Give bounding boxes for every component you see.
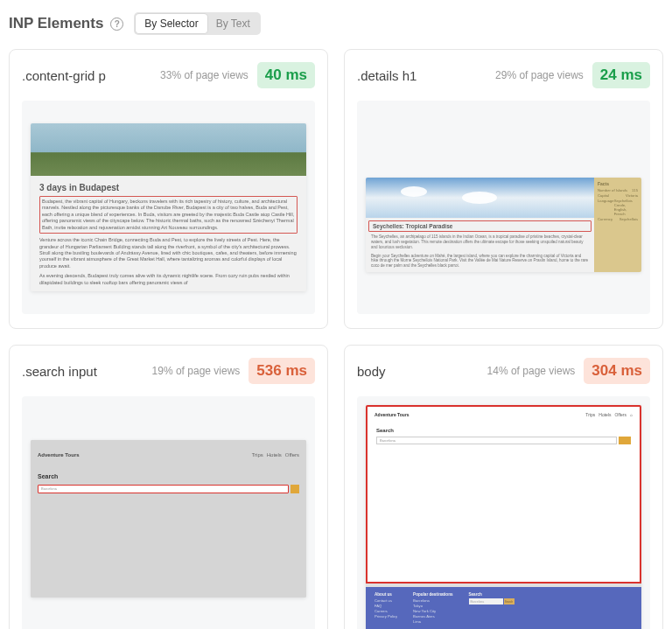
highlighted-element: Budapest, the vibrant capital of Hungary… (39, 196, 298, 234)
element-preview: Adventure Tours Trips Hotels Offers Sear… (22, 396, 315, 629)
preview-text: The Seychelles, an archipelago of 115 is… (366, 234, 594, 254)
inp-metric: 40 ms (257, 62, 315, 88)
inp-metric: 536 ms (248, 358, 315, 384)
element-preview: 3 days in Budapest Budapest, the vibrant… (22, 101, 315, 314)
search-icon: ⌕ (630, 412, 633, 417)
inp-metric: 304 ms (584, 358, 650, 384)
page-views-pct: 14% of page views (487, 365, 576, 377)
highlighted-element: Adventure Tours Trips Hotels Offers ⌕ Se… (366, 405, 641, 584)
inp-card[interactable]: .details h1 29% of page views 24 ms Seyc… (344, 49, 663, 329)
tab-by-selector[interactable]: By Selector (136, 14, 206, 33)
inp-card[interactable]: .search input 19% of page views 536 ms A… (9, 345, 328, 629)
element-preview: Seychelles: Tropical Paradise The Seyche… (357, 101, 650, 314)
tab-by-text[interactable]: By Text (207, 14, 259, 33)
selector-name: .details h1 (357, 68, 416, 83)
selector-name: body (357, 364, 386, 379)
help-icon[interactable]: ? (110, 17, 123, 31)
preview-footer: About us Contact us FAQ Careers Privacy … (366, 587, 641, 629)
preview-heading: 3 days in Budapest (39, 183, 298, 192)
preview-text: As evening descends, Budapest truly come… (39, 273, 298, 286)
highlighted-element: Barcelona (38, 485, 289, 493)
highlighted-element: Seychelles: Tropical Paradise (368, 220, 592, 232)
preview-brand: Adventure Tours (38, 452, 80, 458)
selector-name: .content-grid p (22, 68, 106, 83)
facts-sidebar: Facts Number of Islands115 CapitalVictor… (594, 178, 641, 272)
preview-brand: Adventure Tours (374, 412, 410, 417)
inp-metric: 24 ms (592, 62, 650, 88)
page-title: INP Elements (9, 15, 103, 32)
preview-text: Venture across the iconic Chain Bridge, … (39, 237, 298, 269)
preview-text: Begin your Seychelles adventure on Mahé,… (366, 254, 594, 273)
page-views-pct: 33% of page views (160, 69, 248, 81)
view-toggle: By Selector By Text (134, 12, 261, 35)
preview-search-button (290, 485, 299, 493)
element-preview: Adventure Tours Trips Hotels Offers ⌕ Se… (357, 396, 650, 629)
inp-card[interactable]: body 14% of page views 304 ms Adventure … (344, 345, 663, 629)
preview-search-label: Search (38, 473, 299, 479)
preview-search-button (619, 437, 631, 444)
page-views-pct: 29% of page views (495, 69, 584, 81)
inp-card[interactable]: .content-grid p 33% of page views 40 ms … (9, 49, 328, 329)
page-views-pct: 19% of page views (152, 365, 241, 377)
selector-name: .search input (22, 364, 97, 379)
